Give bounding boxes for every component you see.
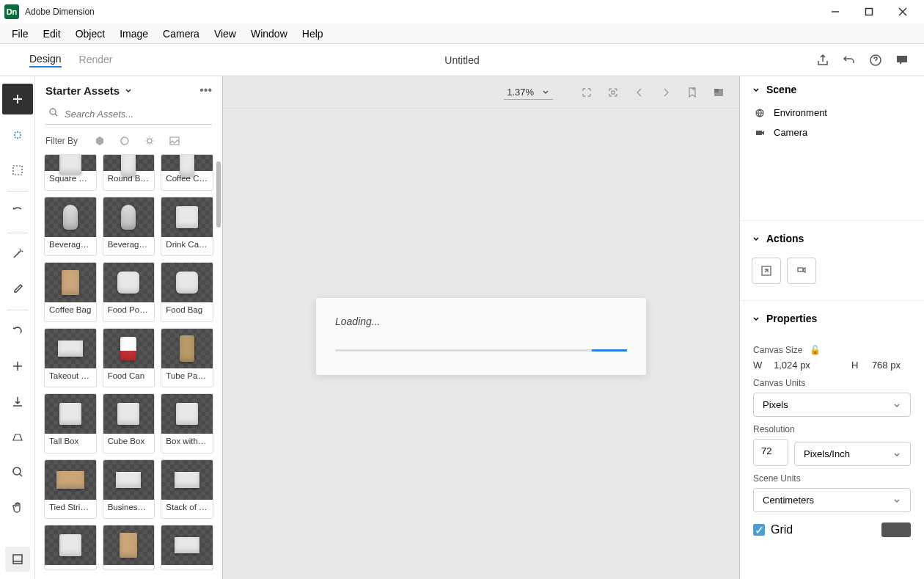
menu-camera[interactable]: Camera: [155, 25, 207, 43]
tab-render[interactable]: Render: [79, 54, 113, 67]
align-tool[interactable]: [0, 384, 35, 419]
orbit-tool[interactable]: [0, 194, 35, 230]
action-match-button[interactable]: [787, 258, 816, 284]
eyedropper-tool[interactable]: [0, 272, 35, 307]
asset-grid[interactable]: Square Bo...Round Bo...Coffee CupBeverag…: [35, 154, 222, 579]
scene-camera-row[interactable]: Camera: [740, 123, 924, 142]
asset-item[interactable]: Food Can: [103, 328, 155, 388]
properties-section-title: Properties: [766, 313, 817, 324]
asset-item[interactable]: Food Bag: [161, 262, 213, 322]
asset-item[interactable]: [161, 525, 213, 570]
zoom-control[interactable]: 1.37%: [504, 85, 553, 100]
asset-item[interactable]: Coffee Bag: [44, 262, 97, 322]
menu-image[interactable]: Image: [112, 25, 155, 43]
menu-window[interactable]: Window: [243, 25, 295, 43]
tab-design[interactable]: Design: [29, 53, 62, 68]
camera-icon: [755, 128, 766, 138]
scene-environment-row[interactable]: Environment: [740, 103, 924, 123]
asset-item[interactable]: Round Bo...: [103, 154, 155, 191]
render-preview-icon[interactable]: [711, 85, 726, 100]
asset-item[interactable]: Tied String...: [44, 459, 97, 520]
add-shape-tool[interactable]: [0, 349, 35, 384]
rotate-tool[interactable]: [0, 313, 35, 349]
asset-item[interactable]: Box with O...: [161, 393, 213, 454]
undo-icon[interactable]: [842, 53, 857, 68]
menu-view[interactable]: View: [207, 25, 243, 43]
assets-menu-icon[interactable]: •••: [199, 84, 212, 97]
action-resize-button[interactable]: [752, 258, 781, 284]
menu-file[interactable]: File: [4, 25, 36, 43]
svg-rect-24: [756, 131, 762, 135]
filter-models-icon[interactable]: [94, 135, 106, 147]
canvas-view[interactable]: Loading...: [223, 109, 739, 579]
bookmark-next-icon[interactable]: [659, 85, 673, 100]
menu-object[interactable]: Object: [68, 25, 112, 43]
search-input[interactable]: [45, 104, 212, 125]
zoom-tool[interactable]: [0, 454, 35, 489]
maximize-button[interactable]: [852, 0, 886, 23]
asset-shape: [116, 472, 141, 488]
menu-edit[interactable]: Edit: [36, 25, 68, 43]
frame-selection-icon[interactable]: [606, 85, 620, 100]
help-icon[interactable]: [868, 53, 883, 68]
height-label: H: [851, 360, 860, 371]
resolution-units-select[interactable]: Pixels/Inch: [794, 442, 911, 466]
filter-lights-icon[interactable]: [144, 135, 155, 147]
hand-tool[interactable]: [0, 489, 35, 525]
asset-item[interactable]: [103, 525, 155, 570]
svg-rect-20: [612, 91, 615, 94]
asset-thumb: [161, 155, 213, 171]
lock-icon[interactable]: 🔓: [810, 345, 821, 355]
asset-item[interactable]: Tube Pack...: [161, 328, 213, 388]
grid-checkbox[interactable]: ✓: [753, 524, 765, 536]
marquee-tool[interactable]: [0, 153, 35, 188]
close-button[interactable]: [886, 0, 920, 23]
add-button[interactable]: [2, 84, 33, 114]
asset-item[interactable]: Drink Cart...: [161, 197, 213, 257]
filter-materials-icon[interactable]: [119, 135, 131, 147]
layout-toggle[interactable]: [5, 547, 30, 572]
zoom-value: 1.37%: [507, 87, 534, 98]
perspective-tool[interactable]: [0, 419, 35, 454]
asset-shape: [175, 537, 199, 553]
asset-item[interactable]: Food Pouch: [103, 262, 155, 322]
share-icon[interactable]: [815, 53, 830, 68]
asset-item[interactable]: [44, 525, 97, 570]
svg-line-12: [20, 474, 22, 476]
asset-item[interactable]: Tall Box: [44, 393, 97, 454]
asset-item[interactable]: Stack of Ca...: [161, 459, 213, 520]
select-tool[interactable]: [0, 117, 35, 153]
asset-thumb: [161, 263, 213, 302]
search-icon: [48, 107, 59, 117]
magic-wand-tool[interactable]: [0, 236, 35, 272]
frame-all-icon[interactable]: [579, 85, 594, 100]
menu-help[interactable]: Help: [295, 25, 331, 43]
asset-thumb: [45, 263, 96, 302]
asset-item[interactable]: Beverage ...: [44, 197, 97, 257]
bookmark-prev-icon[interactable]: [632, 85, 647, 100]
asset-label: Tall Box: [45, 434, 96, 448]
grid-color-swatch[interactable]: [881, 522, 911, 537]
add-bookmark-icon[interactable]: [685, 85, 700, 100]
asset-item[interactable]: Beverage ...: [103, 197, 155, 257]
asset-item[interactable]: Square Bo...: [44, 154, 97, 191]
asset-thumb: [45, 197, 96, 237]
assets-panel-title[interactable]: Starter Assets: [45, 84, 133, 97]
asset-item[interactable]: Business C...: [103, 459, 155, 520]
asset-item[interactable]: Cube Box: [103, 393, 155, 454]
asset-label: Tied String...: [45, 500, 96, 514]
minimize-button[interactable]: [818, 0, 852, 23]
scene-units-select[interactable]: Centimeters: [753, 488, 911, 512]
asset-item[interactable]: Takeout Box: [44, 328, 97, 388]
height-value[interactable]: 768 px: [872, 360, 901, 371]
asset-shape: [175, 472, 199, 488]
asset-item[interactable]: Coffee Cup: [161, 154, 213, 191]
resolution-value[interactable]: 72: [753, 439, 788, 466]
actions-section-head[interactable]: Actions: [740, 225, 924, 252]
canvas-units-select[interactable]: Pixels: [753, 393, 911, 417]
filter-images-icon[interactable]: [169, 135, 180, 147]
feedback-icon[interactable]: [895, 53, 909, 68]
scene-section-head[interactable]: Scene: [740, 76, 924, 103]
properties-section-head[interactable]: Properties: [740, 305, 924, 332]
width-value[interactable]: 1,024 px: [774, 360, 810, 371]
